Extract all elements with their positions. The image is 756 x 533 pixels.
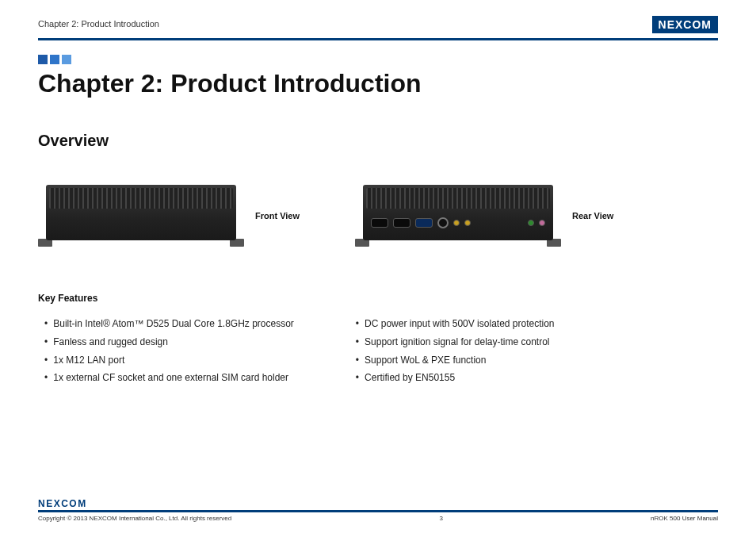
footer-brand: NEXCOM [38, 498, 718, 509]
front-view-block: Front View [38, 180, 300, 251]
breadcrumb: Chapter 2: Product Introduction [38, 16, 159, 29]
header-divider [38, 38, 718, 40]
rear-view-label: Rear View [572, 211, 613, 220]
feature-item: 1x external CF socket and one external S… [38, 369, 294, 387]
brand-logo-text: NEXCOM [652, 16, 718, 33]
footer-doc-title: nROK 500 User Manual [651, 515, 718, 522]
feature-item: Certified by EN50155 [349, 369, 555, 387]
footer-copyright: Copyright © 2013 NEXCOM International Co… [38, 515, 231, 522]
page-header: Chapter 2: Product Introduction NEXCOM [38, 16, 718, 36]
brand-logo: NEXCOM [652, 16, 718, 33]
feature-item: 1x M12 LAN port [38, 351, 294, 370]
features-right-list: DC power input with 500V isolated protec… [349, 315, 555, 387]
device-rear-image [355, 180, 561, 251]
rear-view-block: Rear View [355, 180, 613, 251]
device-front-image [38, 180, 244, 251]
feature-item: DC power input with 500V isolated protec… [349, 315, 555, 333]
key-features: Key Features Built-in Intel® Atom™ D525 … [38, 293, 718, 387]
footer-page-number: 3 [231, 515, 651, 522]
front-view-label: Front View [255, 211, 300, 220]
feature-item: Support WoL & PXE function [349, 351, 555, 370]
footer-divider [38, 510, 718, 512]
feature-item: Support ignition signal for delay-time c… [349, 333, 555, 351]
features-heading: Key Features [38, 293, 718, 304]
chapter-title: Chapter 2: Product Introduction [38, 69, 718, 98]
feature-item: Built-in Intel® Atom™ D525 Dual Core 1.8… [38, 315, 294, 333]
features-left-list: Built-in Intel® Atom™ D525 Dual Core 1.8… [38, 315, 294, 387]
feature-item: Fanless and rugged design [38, 333, 294, 351]
page-footer: NEXCOM Copyright © 2013 NEXCOM Internati… [38, 498, 718, 522]
product-views: Front View Rear View [38, 180, 718, 251]
decor-squares [38, 55, 718, 64]
section-title: Overview [38, 132, 718, 150]
